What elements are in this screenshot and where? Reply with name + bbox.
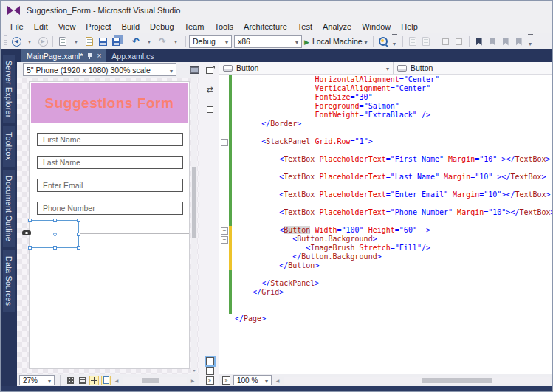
- scrollbar-thumb[interactable]: [192, 167, 196, 238]
- comment-button[interactable]: [440, 35, 452, 48]
- code-line[interactable]: [219, 306, 552, 314]
- code-editor[interactable]: HorizontalAlignment="Center" VerticalAli…: [219, 75, 552, 374]
- margin-anchor-icon[interactable]: [22, 230, 31, 235]
- selection-handle[interactable]: [53, 219, 57, 222]
- save-all-button[interactable]: [110, 35, 122, 48]
- new-file-dropdown[interactable]: [70, 35, 82, 48]
- code-line[interactable]: <Button Width="100" Height="60" >: [219, 226, 552, 235]
- find-in-files-button[interactable]: [407, 35, 419, 48]
- code-line[interactable]: </Border>: [219, 120, 552, 128]
- snap-to-snaplines-toggle[interactable]: [101, 376, 111, 385]
- undo-dropdown[interactable]: [143, 35, 155, 48]
- code-line[interactable]: <ImageBrush Stretch="Fill"/>: [219, 244, 552, 252]
- selection-handle[interactable]: [53, 246, 57, 250]
- solution-configuration-combo[interactable]: Debug: [189, 35, 232, 48]
- application-insights-button[interactable]: [377, 35, 389, 48]
- code-line[interactable]: [219, 199, 552, 208]
- code-line[interactable]: [219, 128, 552, 137]
- scroll-left-icon[interactable]: [113, 378, 120, 383]
- code-line[interactable]: [219, 182, 552, 190]
- menu-item-debug[interactable]: Debug: [145, 21, 179, 32]
- code-line[interactable]: [219, 297, 552, 306]
- code-line[interactable]: FontSize="30": [219, 93, 552, 102]
- next-bookmark-button[interactable]: [500, 35, 512, 48]
- designer-canvas[interactable]: Suggestions Form First NameLast NameEnte…: [17, 78, 199, 374]
- fold-collapse-icon[interactable]: [221, 226, 227, 235]
- selection-handle[interactable]: [28, 219, 32, 222]
- code-line[interactable]: </Button>: [219, 261, 552, 270]
- code-line[interactable]: <StackPanel Grid.Row="1">: [219, 137, 552, 146]
- word-wrap-button[interactable]: [221, 376, 231, 385]
- code-line[interactable]: HorizontalAlignment="Center": [219, 75, 552, 84]
- pin-icon[interactable]: [88, 53, 92, 59]
- device-preview-combo[interactable]: 5" Phone (1920 x 1080) 300% scale: [23, 63, 176, 76]
- fold-collapse-icon[interactable]: [221, 235, 227, 244]
- navigate-back-button[interactable]: [10, 35, 22, 48]
- menu-item-tools[interactable]: Tools: [209, 21, 238, 32]
- navigate-back-dropdown[interactable]: [24, 35, 35, 48]
- scroll-left-icon[interactable]: [274, 378, 281, 383]
- menu-item-test[interactable]: Test: [292, 21, 317, 32]
- scrollbar-thumb[interactable]: [422, 378, 492, 383]
- show-grid-button[interactable]: [66, 376, 75, 385]
- redo-dropdown[interactable]: [170, 35, 182, 48]
- code-line[interactable]: FontWeight="ExtraBlack" />: [219, 111, 552, 120]
- code-line[interactable]: [219, 270, 552, 279]
- redo-button[interactable]: [157, 35, 168, 48]
- form-header[interactable]: Suggestions Form: [31, 83, 188, 123]
- menu-item-build[interactable]: Build: [117, 21, 145, 32]
- new-file-button[interactable]: [57, 35, 69, 48]
- selected-button-control[interactable]: [30, 220, 79, 248]
- code-line[interactable]: </Grid>: [219, 288, 552, 297]
- solution-platform-combo[interactable]: x86: [234, 35, 302, 48]
- expand-pane-button[interactable]: [205, 376, 214, 385]
- designer-code-splitter[interactable]: [199, 62, 219, 386]
- swap-panes-button[interactable]: [205, 66, 214, 75]
- code-line[interactable]: <Button.Background>: [219, 235, 552, 244]
- selection-center-handle[interactable]: [53, 233, 57, 236]
- menu-item-edit[interactable]: Edit: [29, 21, 53, 32]
- horizontal-split-arrows-button[interactable]: [205, 85, 214, 94]
- code-line[interactable]: [219, 217, 552, 226]
- save-button[interactable]: [97, 35, 109, 48]
- navigate-forward-button[interactable]: [37, 35, 49, 48]
- snap-grid-button[interactable]: [78, 376, 87, 385]
- previous-bookmark-button[interactable]: [487, 35, 498, 48]
- vertical-split-view-button[interactable]: [205, 357, 214, 365]
- sidebar-tab-toolbox[interactable]: Toolbox: [3, 126, 15, 166]
- sidebar-tab-server-explorer[interactable]: Server Explorer: [3, 55, 15, 123]
- code-line[interactable]: [219, 164, 552, 173]
- selection-handle[interactable]: [77, 246, 80, 250]
- page-artboard[interactable]: Suggestions Form First NameLast NameEnte…: [29, 81, 190, 369]
- menu-item-help[interactable]: Help: [396, 21, 423, 32]
- fold-collapse-icon[interactable]: [221, 137, 227, 146]
- snap-to-gridlines-toggle[interactable]: [89, 376, 99, 385]
- menu-item-view[interactable]: View: [53, 21, 81, 32]
- uncomment-button[interactable]: [453, 35, 465, 48]
- doc-tab-app-xaml-cs[interactable]: App.xaml.cs: [106, 49, 159, 62]
- form-textbox-phone-number[interactable]: Phone Number: [37, 202, 183, 215]
- bookmark-window-button[interactable]: [513, 35, 525, 48]
- collapse-pane-button[interactable]: [205, 105, 214, 114]
- designer-horizontal-scrollbar[interactable]: [123, 377, 187, 384]
- form-textbox-enter-email[interactable]: Enter Email: [37, 179, 183, 192]
- code-line[interactable]: Foreground="Salmon": [219, 102, 552, 111]
- navigate-to-button[interactable]: [420, 35, 432, 48]
- code-line[interactable]: VerticalAlignment="Center": [219, 84, 552, 93]
- editor-horizontal-scrollbar[interactable]: [284, 377, 550, 384]
- start-debugging-button[interactable]: Local Machine: [304, 37, 368, 46]
- code-line[interactable]: </Page>: [219, 314, 552, 323]
- code-line[interactable]: <TextBox PlaceholderText="Last Name" Mar…: [219, 173, 552, 182]
- code-line[interactable]: <TextBox PlaceholderText="First Name" Ma…: [219, 155, 552, 164]
- horizontal-split-view-button[interactable]: [205, 366, 214, 375]
- sidebar-tab-document-outline[interactable]: Document Outline: [3, 170, 15, 247]
- toolbar-overflow-button[interactable]: [528, 34, 533, 49]
- designer-zoom-combo[interactable]: 27%: [19, 375, 55, 385]
- menu-item-architecture[interactable]: Architecture: [238, 21, 292, 32]
- code-line[interactable]: <TextBox PlaceholderText="Phone Number" …: [219, 208, 552, 217]
- toolbar-overflow-button[interactable]: [392, 34, 397, 49]
- menu-item-file[interactable]: File: [5, 21, 29, 32]
- scrollbar-thumb[interactable]: [142, 378, 159, 383]
- code-line[interactable]: [219, 146, 552, 155]
- selection-handle[interactable]: [77, 219, 80, 222]
